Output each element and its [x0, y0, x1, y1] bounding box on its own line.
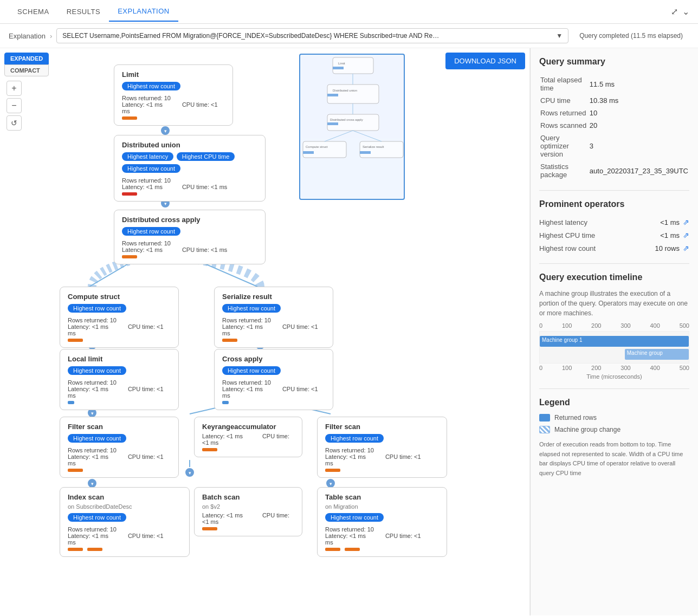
- latency-bar: [202, 527, 217, 530]
- link-icon-latency[interactable]: ⇗: [683, 218, 689, 226]
- summary-row-rows-returned: Rows returned 10: [540, 107, 688, 119]
- node-ll-badge: Highest row count: [68, 366, 126, 375]
- view-expanded-btn[interactable]: EXPANDED: [4, 53, 49, 64]
- prominent-value: <1 ms ⇗: [660, 231, 689, 239]
- query-input[interactable]: SELECT Username,PointsEarned FROM Migrat…: [56, 28, 568, 43]
- node-distributed-union[interactable]: Distributed union Highest latency Highes…: [114, 135, 266, 202]
- node-limit-metrics: Rows returned: 10 Latency: <1 msCPU time…: [122, 95, 225, 114]
- node-limit-bars: [122, 116, 225, 120]
- summary-label: Rows returned: [540, 107, 589, 119]
- legend-box-machine: [539, 426, 550, 433]
- zoom-reset-btn[interactable]: ↺: [7, 115, 22, 131]
- cpu-bar-orange: [87, 548, 102, 551]
- mg1-label: Machine group 1: [540, 336, 585, 344]
- view-compact-btn[interactable]: COMPACT: [4, 64, 49, 76]
- node-serialize-result[interactable]: Serialize result Highest row count Rows …: [214, 287, 333, 348]
- svg-text:▾: ▾: [329, 481, 332, 487]
- svg-point-20: [160, 126, 170, 135]
- node-ca-bars: [222, 401, 325, 404]
- prominent-row-cpu: Highest CPU time <1 ms ⇗: [539, 229, 689, 242]
- zoom-out-btn[interactable]: −: [7, 98, 22, 113]
- node-table-scan[interactable]: Table scan on Migration Highest row coun…: [317, 487, 447, 557]
- prominent-label: Highest row count: [539, 244, 596, 252]
- latency-bar: [68, 401, 74, 404]
- query-summary-title: Query summary: [539, 57, 689, 67]
- summary-row-optimizer: Query optimizer version 3: [540, 132, 688, 160]
- main-layout: EXPANDED COMPACT + − ↺ DOWNLOAD JSON Lim…: [0, 48, 698, 615]
- query-summary-table: Total elapsed time 11.5 ms CPU time 10.3…: [539, 73, 689, 181]
- fullscreen-icon[interactable]: ⤢: [671, 7, 678, 17]
- node-batch-scan[interactable]: Batch scan on $v2 Latency: <1 msCPU time…: [194, 487, 302, 536]
- node-distributed-cross-apply[interactable]: Distributed cross apply Highest row coun…: [114, 210, 266, 264]
- node-fsr-badge: Highest row count: [325, 434, 384, 443]
- node-sr-metrics: Rows returned: 10 Latency: <1 msCPU time…: [222, 317, 325, 336]
- node-fsl-bars: [68, 469, 171, 472]
- summary-value: 10: [590, 107, 688, 119]
- timeline-axis-bottom: 0 100 200 300 400 500: [539, 365, 689, 371]
- summary-row-rows-scanned: Rows scanned 20: [540, 120, 688, 131]
- node-filter-scan-left[interactable]: Filter scan Highest row count Rows retur…: [60, 417, 179, 478]
- svg-text:▾: ▾: [91, 481, 94, 487]
- node-ts-bars: [325, 548, 439, 551]
- timeline-section: 0 100 200 300 400 500 Machine group 1 Ma…: [539, 322, 689, 380]
- node-du-metrics: Rows returned: 10 Latency: <1 msCPU time…: [122, 177, 257, 190]
- top-nav-icons: ⤢ ⌄: [671, 7, 689, 17]
- view-toggle: EXPANDED COMPACT: [4, 53, 49, 76]
- node-filter-scan-right[interactable]: Filter scan Highest row count Rows retur…: [317, 417, 447, 478]
- zoom-in-btn[interactable]: +: [7, 81, 22, 96]
- tab-results[interactable]: RESULTS: [58, 2, 109, 21]
- right-panel: Query summary Total elapsed time 11.5 ms…: [530, 48, 698, 615]
- link-icon-cpu[interactable]: ⇗: [683, 231, 689, 239]
- latency-bar: [122, 192, 137, 196]
- svg-text:▾: ▾: [164, 201, 167, 206]
- node-is-title: Index scan: [68, 493, 182, 501]
- timeline-description: A machine group illustrates the executio…: [539, 289, 689, 318]
- svg-point-44: [185, 468, 195, 477]
- node-keyrange[interactable]: Keyrangeaccumulator Latency: <1 msCPU ti…: [194, 417, 302, 457]
- zoom-controls: + − ↺: [7, 81, 22, 131]
- summary-label: Total elapsed time: [540, 74, 589, 94]
- divider-2: [539, 263, 689, 264]
- node-limit[interactable]: Limit Highest row count Rows returned: 1…: [114, 64, 233, 126]
- latency-bar: [122, 116, 137, 120]
- dropdown-icon[interactable]: ▼: [556, 32, 563, 40]
- node-is-bars: [68, 548, 182, 551]
- node-ts-metrics: Rows returned: 10 Latency: <1 msCPU time…: [325, 526, 439, 546]
- legend-title: Legend: [539, 398, 689, 407]
- breadcrumb: Explanation: [9, 32, 46, 40]
- tab-explanation[interactable]: EXPLANATION: [109, 2, 178, 22]
- node-du-badge-row: Highest row count: [122, 164, 180, 173]
- node-kr-metrics: Latency: <1 msCPU time: <1 ms: [202, 433, 294, 446]
- legend-box-returned: [539, 414, 550, 422]
- node-du-badge-cpu: Highest CPU time: [177, 152, 235, 161]
- latency-bar: [68, 469, 83, 472]
- link-icon-rows[interactable]: ⇗: [683, 244, 689, 252]
- query-text: SELECT Username,PointsEarned FROM Migrat…: [62, 32, 442, 40]
- prominent-value: <1 ms ⇗: [660, 218, 689, 226]
- node-index-scan[interactable]: Index scan on SubscribedDateDesc Highest…: [60, 487, 190, 557]
- legend-item-machine: Machine group change: [539, 426, 689, 433]
- svg-text:▾: ▾: [91, 411, 94, 416]
- node-local-limit[interactable]: Local limit Highest row count Rows retur…: [60, 349, 179, 410]
- node-dca-title: Distributed cross apply: [122, 216, 257, 224]
- legend-label-machine: Machine group change: [554, 426, 621, 433]
- node-cs-badge: Highest row count: [68, 304, 126, 313]
- node-compute-struct[interactable]: Compute struct Highest row count Rows re…: [60, 287, 179, 348]
- tab-schema[interactable]: SCHEMA: [9, 2, 58, 21]
- summary-label: Rows scanned: [540, 120, 589, 131]
- node-limit-badge: Highest row count: [122, 82, 180, 90]
- latency-bar: [122, 255, 137, 258]
- node-cs-bars: [68, 339, 171, 342]
- node-du-title: Distributed union: [122, 141, 257, 149]
- node-cross-apply[interactable]: Cross apply Highest row count Rows retur…: [214, 349, 333, 410]
- summary-value: auto_20220317_23_35_39UTC: [590, 161, 688, 180]
- node-dca-metrics: Rows returned: 10 Latency: <1 msCPU time…: [122, 240, 257, 253]
- node-bs-bars: [202, 527, 294, 530]
- node-sr-title: Serialize result: [222, 293, 325, 301]
- node-dca-bars: [122, 255, 257, 258]
- query-bar: Explanation › SELECT Username,PointsEarn…: [0, 24, 698, 48]
- chevron-down-icon[interactable]: ⌄: [682, 7, 689, 17]
- node-cs-metrics: Rows returned: 10 Latency: <1 msCPU time…: [68, 317, 171, 336]
- latency-bar: [222, 339, 237, 342]
- prominent-label: Highest latency: [539, 218, 587, 226]
